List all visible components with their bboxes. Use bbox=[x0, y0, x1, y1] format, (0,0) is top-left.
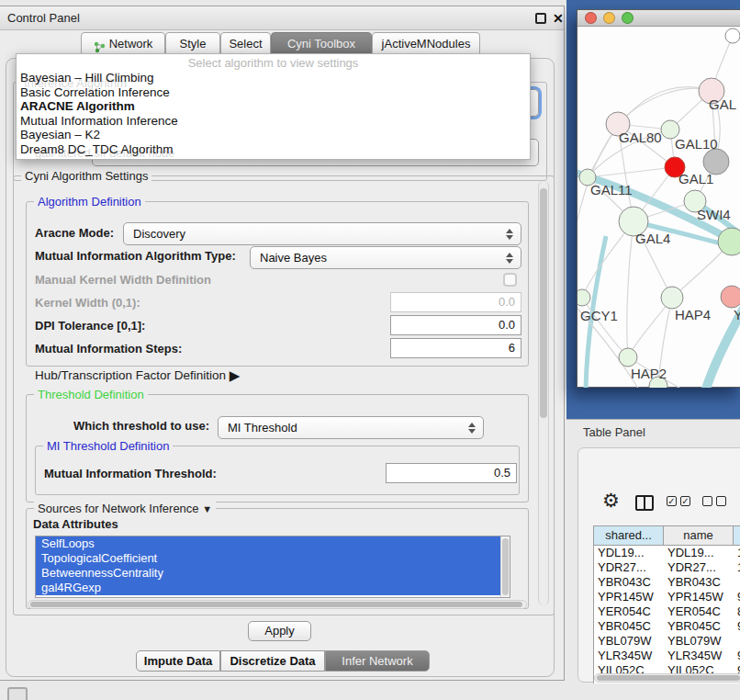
column-header[interactable]: shared... bbox=[594, 526, 664, 546]
algorithm-option[interactable]: Basic Correlation Inference bbox=[17, 85, 530, 100]
table-row[interactable]: YDL19...YDL19...13 bbox=[594, 546, 740, 560]
network-node[interactable] bbox=[661, 287, 683, 309]
attribute-item[interactable]: SelfLoops bbox=[36, 536, 500, 551]
stepper-arrows-icon bbox=[506, 253, 513, 264]
float-window-icon[interactable] bbox=[535, 13, 546, 24]
gear-icon[interactable]: ⚙ bbox=[602, 491, 620, 510]
network-node[interactable] bbox=[619, 348, 637, 367]
network-graph[interactable]: GALGAL80GAL10GAL1GAL11SWI4GAL4GCY1HAP4YH… bbox=[577, 27, 740, 388]
attributes-scrollbar[interactable] bbox=[500, 536, 510, 597]
mi-threshold-field[interactable]: 0.5 bbox=[386, 463, 517, 483]
which-threshold-combobox[interactable]: MI Threshold bbox=[218, 416, 484, 439]
apply-button[interactable]: Apply bbox=[248, 621, 311, 641]
bottom-tab-discretize-data[interactable]: Discretize Data bbox=[220, 650, 325, 672]
algorithm-option[interactable]: Mutual Information Inference bbox=[17, 114, 530, 129]
table-row[interactable]: YLR345WYLR345W9. bbox=[594, 649, 740, 663]
dpi-tolerance-field[interactable]: 0.0 bbox=[390, 315, 521, 335]
hub-definition-toggle[interactable]: Hub/Transcription Factor Definition ▶ bbox=[35, 367, 240, 382]
table-cell: YBR043C bbox=[594, 575, 664, 590]
which-threshold-label: Which threshold to use: bbox=[73, 419, 209, 434]
table-body: YDL19...YDL19...13YDR27...YDR27...12YBR0… bbox=[594, 546, 740, 673]
kernel-width-field[interactable]: 0.0 bbox=[390, 292, 521, 312]
docked-panel-icon[interactable] bbox=[7, 687, 28, 700]
mi-steps-field[interactable]: 6 bbox=[390, 338, 521, 358]
expand-arrow-icon[interactable]: ▶ bbox=[230, 367, 241, 383]
network-edge[interactable] bbox=[627, 221, 633, 357]
bottom-tab-impute-data[interactable]: Impute Data bbox=[136, 650, 220, 672]
control-panel-window: Control Panel ✕ NetworkStyleSelectCyni T… bbox=[0, 6, 565, 681]
table-cell: YBL079W bbox=[664, 634, 734, 649]
table-row[interactable]: YPR145WYPR145W9. bbox=[594, 590, 740, 604]
aracne-mode-combobox[interactable]: Discovery bbox=[123, 222, 521, 245]
manual-kernel-checkbox[interactable] bbox=[503, 273, 517, 287]
table-cell: YPR145W bbox=[664, 590, 734, 604]
attribute-item[interactable]: gal4RGexp bbox=[36, 581, 500, 595]
split-columns-icon[interactable] bbox=[635, 495, 654, 511]
attributes-scrollbar-thumb[interactable] bbox=[502, 538, 509, 595]
attributes-hscrollbar-thumb[interactable] bbox=[30, 602, 522, 607]
table-hscrollbar-thumb[interactable] bbox=[597, 675, 740, 681]
attributes-hscrollbar[interactable] bbox=[28, 600, 527, 609]
table-row[interactable]: YDR27...YDR27...12 bbox=[594, 560, 740, 575]
table-cell: YLR345W bbox=[594, 649, 664, 663]
node-label: Y bbox=[734, 307, 740, 322]
network-edge[interactable] bbox=[618, 88, 712, 124]
table-row[interactable]: YER054CYER054C8. bbox=[594, 604, 740, 619]
close-traffic-light-icon[interactable] bbox=[585, 12, 597, 24]
table-cell: 8. bbox=[734, 604, 740, 619]
node-label: GCY1 bbox=[580, 308, 618, 323]
network-node[interactable] bbox=[721, 286, 740, 308]
checked-checkbox-icon[interactable]: ✓ bbox=[680, 496, 690, 506]
stepper-arrows-icon bbox=[506, 229, 513, 240]
minimize-traffic-light-icon[interactable] bbox=[603, 12, 615, 24]
control-panel-titlebar[interactable]: Control Panel ✕ bbox=[0, 6, 564, 30]
mi-algorithm-type-combobox[interactable]: Naive Bayes bbox=[250, 246, 521, 269]
unchecked-checkbox-icon[interactable] bbox=[716, 496, 726, 506]
algorithm-option[interactable]: ARACNE Algorithm bbox=[17, 99, 530, 114]
unchecked-checkbox-icon[interactable] bbox=[702, 496, 712, 506]
column-header[interactable] bbox=[734, 526, 740, 546]
table-cell: 9. bbox=[734, 649, 740, 663]
network-node[interactable] bbox=[725, 28, 740, 43]
table-panel-box: ⚙ ✓ ✓ shared...name YDL19...YDL19...13YD… bbox=[577, 447, 740, 683]
table-row[interactable]: YBR045CYBR045C9. bbox=[594, 619, 740, 634]
table-row[interactable]: YBL079WYBL079W bbox=[594, 634, 740, 649]
checked-checkbox-icon[interactable]: ✓ bbox=[667, 496, 677, 506]
settings-scrollbar-thumb[interactable] bbox=[540, 188, 547, 418]
algorithm-option[interactable]: Bayesian – K2 bbox=[17, 128, 530, 142]
settings-scrollbar[interactable] bbox=[538, 181, 549, 605]
algorithm-option[interactable]: Bayesian – Hill Climbing bbox=[17, 71, 530, 85]
node-table[interactable]: shared...name YDL19...YDL19...13YDR27...… bbox=[593, 525, 740, 683]
network-window-titlebar[interactable] bbox=[577, 10, 740, 27]
screen: Control Panel ✕ NetworkStyleSelectCyni T… bbox=[0, 0, 740, 700]
network-node[interactable] bbox=[577, 289, 590, 306]
algorithm-option[interactable]: Dream8 DC_TDC Algorithm bbox=[17, 142, 530, 157]
attribute-item[interactable]: TopologicalCoefficient bbox=[36, 551, 500, 566]
network-edge[interactable] bbox=[588, 167, 675, 177]
collapse-arrow-icon[interactable]: ▼ bbox=[202, 503, 212, 514]
sources-title[interactable]: Sources for Network Inference ▼ bbox=[34, 502, 216, 515]
close-icon[interactable]: ✕ bbox=[553, 13, 564, 24]
tab-label: Select bbox=[229, 33, 262, 55]
bottom-tab-infer-network[interactable]: Infer Network bbox=[325, 650, 430, 672]
dpi-tolerance-label: DPI Tolerance [0,1]: bbox=[35, 319, 145, 333]
table-row[interactable]: YIL052CYIL052C9. bbox=[594, 663, 740, 673]
zoom-traffic-light-icon[interactable] bbox=[622, 12, 633, 24]
network-canvas[interactable]: GALGAL80GAL10GAL1GAL11SWI4GAL4GCY1HAP4YH… bbox=[577, 27, 740, 388]
dropdown-placeholder: Select algorithm to view settings bbox=[17, 56, 530, 71]
table-row[interactable]: YBR043CYBR043C bbox=[594, 575, 740, 590]
node-label: GAL10 bbox=[675, 136, 718, 152]
table-hscrollbar[interactable] bbox=[594, 673, 740, 683]
algorithm-definition-title: Algorithm Definition bbox=[34, 195, 145, 209]
network-view-window[interactable]: GALGAL80GAL10GAL1GAL11SWI4GAL4GCY1HAP4YH… bbox=[577, 9, 740, 388]
table-cell: YBR043C bbox=[664, 575, 734, 590]
column-header[interactable]: name bbox=[664, 526, 734, 546]
dropdown-items: Bayesian – Hill ClimbingBasic Correlatio… bbox=[17, 71, 530, 156]
table-cell: YDR27... bbox=[594, 560, 664, 575]
attribute-item[interactable]: BetweennessCentrality bbox=[36, 566, 500, 581]
table-cell: YBR045C bbox=[664, 619, 734, 634]
table-cell: YLR345W bbox=[664, 649, 734, 663]
node-label: GAL bbox=[709, 96, 736, 112]
network-node[interactable] bbox=[718, 228, 740, 255]
data-attributes-list[interactable]: SelfLoopsTopologicalCoefficientBetweenne… bbox=[35, 536, 510, 598]
